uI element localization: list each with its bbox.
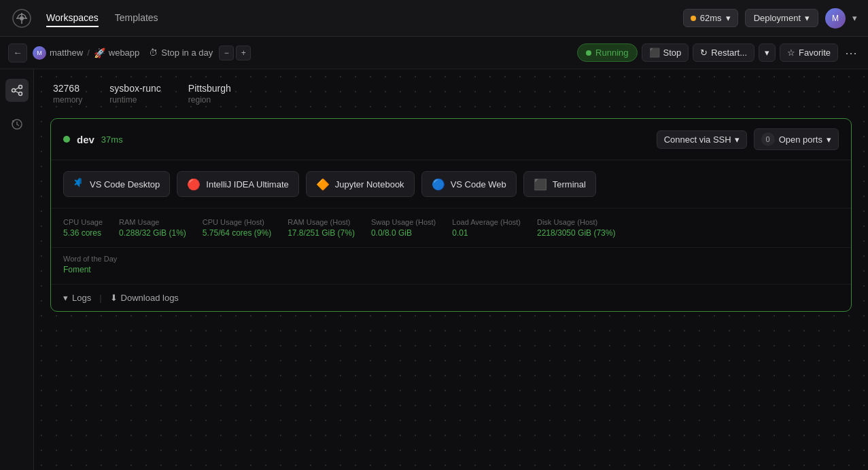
logs-chevron-icon: ▾: [63, 293, 68, 303]
metrics-section: CPU Usage 5.36 cores RAM Usage 0.288/32 …: [51, 209, 851, 248]
word-of-day-value: Foment: [63, 265, 839, 274]
metric-ram-label: RAM Usage: [119, 218, 186, 226]
metric-ram-value: 0.288/32 GiB (1%): [119, 228, 186, 238]
favorite-button[interactable]: ☆ Favorite: [780, 43, 838, 62]
nav-links: Workspaces Templates: [46, 10, 670, 27]
more-button[interactable]: ⋯: [842, 43, 860, 63]
dev-header: dev 37ms Connect via SSH ▾ 0 Open ports …: [51, 119, 851, 160]
dev-header-actions: Connect via SSH ▾ 0 Open ports ▾: [657, 128, 839, 150]
breadcrumb-actions: Running ⬛ Stop ↻ Restart... ▾ ☆ Favorite…: [577, 43, 860, 63]
timer-item: ⏱ Stop in a day − +: [149, 46, 251, 60]
breadcrumb-bar: ← M matthew / 🚀 webapp ⏱ Stop in a day −…: [0, 37, 868, 69]
restart-label: Restart...: [711, 48, 747, 58]
ssh-chevron: ▾: [735, 134, 740, 145]
running-button[interactable]: Running: [577, 43, 637, 62]
ssh-button[interactable]: Connect via SSH ▾: [657, 130, 747, 149]
metric-ram-host: RAM Usage (Host) 17.8/251 GiB (7%): [288, 218, 355, 238]
metric-ram-host-label: RAM Usage (Host): [288, 218, 355, 226]
ports-count: 0: [761, 132, 775, 146]
spec-memory-value: 32768: [53, 83, 82, 94]
metric-ram-host-value: 17.8/251 GiB (7%): [288, 228, 355, 238]
ide-jupyter-label: Jupyter Notebook: [335, 179, 404, 189]
avatar[interactable]: M: [825, 8, 846, 29]
ide-terminal[interactable]: ⬛ Terminal: [523, 171, 596, 197]
breadcrumb-workspace-name: webapp: [109, 48, 140, 58]
star-icon: ☆: [787, 48, 795, 58]
timer-label: Stop in a day: [161, 48, 213, 58]
metric-disk: Disk Usage (Host) 2218/3050 GiB (73%): [537, 218, 615, 238]
stop-button[interactable]: ⬛ Stop: [642, 43, 689, 62]
spec-region: Pittsburgh region: [188, 83, 231, 105]
restart-button[interactable]: ↻ Restart...: [693, 43, 754, 62]
metric-cpu-host-value: 5.75/64 cores (9%): [203, 228, 271, 238]
ide-vscode-web-label: VS Code Web: [451, 179, 506, 189]
nav-workspaces[interactable]: Workspaces: [46, 10, 99, 27]
rocket-icon: 🚀: [94, 48, 105, 58]
specs-bar: 32768 memory sysbox-runc runtime Pittsbu…: [50, 83, 852, 105]
ide-vscode-desktop[interactable]: VS Code Desktop: [63, 171, 170, 197]
svg-point-6: [12, 89, 15, 92]
timer-decrement[interactable]: −: [219, 46, 234, 60]
deployment-button[interactable]: Deployment ▾: [745, 9, 818, 27]
timer-increment[interactable]: +: [236, 46, 251, 60]
ide-vscode-web[interactable]: 🔵 VS Code Web: [421, 171, 517, 197]
nav-templates[interactable]: Templates: [115, 10, 158, 27]
metric-disk-value: 2218/3050 GiB (73%): [537, 228, 615, 238]
content-area: 32768 memory sysbox-runc runtime Pittsbu…: [34, 69, 868, 470]
timer-icon: ⏱: [149, 48, 158, 58]
ide-jupyter[interactable]: 🔶 Jupyter Notebook: [306, 171, 415, 197]
ports-button[interactable]: 0 Open ports ▾: [754, 128, 839, 150]
metric-load-label: Load Average (Host): [452, 218, 521, 226]
word-of-day-section: Word of the Day Foment: [51, 248, 851, 285]
favorite-label: Favorite: [799, 48, 831, 58]
top-nav: Workspaces Templates 62ms ▾ Deployment ▾…: [0, 0, 868, 37]
ide-intellij[interactable]: 🔴 IntelliJ IDEA Ultimate: [177, 171, 298, 197]
breadcrumb-items: M matthew / 🚀 webapp ⏱ Stop in a day − +: [33, 46, 572, 60]
vscode-icon: [73, 177, 84, 191]
latency-badge[interactable]: 62ms ▾: [683, 9, 738, 27]
dev-container: dev 37ms Connect via SSH ▾ 0 Open ports …: [50, 118, 852, 312]
download-logs-label: Download logs: [121, 293, 179, 303]
vscode-web-icon: 🔵: [432, 178, 445, 191]
back-button[interactable]: ←: [8, 43, 27, 62]
svg-line-9: [15, 88, 18, 90]
back-icon: ←: [13, 48, 22, 58]
logs-divider: |: [99, 293, 101, 303]
download-icon: ⬇: [110, 293, 118, 303]
spec-region-value: Pittsburgh: [188, 83, 231, 94]
jupyter-icon: 🔶: [316, 178, 330, 191]
sidebar-icon-nodes[interactable]: [5, 79, 29, 102]
restart-icon: ↻: [700, 48, 708, 58]
svg-point-7: [18, 86, 22, 89]
metric-load: Load Average (Host) 0.01: [452, 218, 521, 238]
ports-label: Open ports: [779, 134, 822, 145]
svg-point-1: [20, 16, 24, 20]
logs-label: Logs: [72, 293, 91, 303]
metric-cpu-label: CPU Usage: [63, 218, 103, 226]
logs-toggle[interactable]: ▾ Logs: [63, 293, 91, 303]
dev-latency: 37ms: [101, 134, 123, 145]
logo-icon: [11, 7, 33, 29]
deployment-chevron: ▾: [805, 13, 810, 23]
metric-cpu-value: 5.36 cores: [63, 228, 103, 238]
latency-value: 62ms: [700, 13, 722, 23]
spec-region-label: region: [188, 95, 231, 105]
restart-dropdown[interactable]: ▾: [759, 43, 776, 62]
dev-name: dev: [77, 134, 94, 145]
sidebar-icon-history[interactable]: [5, 113, 29, 136]
metric-load-value: 0.01: [452, 228, 521, 238]
spec-memory: 32768 memory: [53, 83, 82, 105]
running-dot: [586, 50, 591, 56]
running-label: Running: [595, 48, 628, 58]
ssh-label: Connect via SSH: [664, 134, 731, 145]
download-logs-button[interactable]: ⬇ Download logs: [110, 293, 179, 303]
metric-cpu-host: CPU Usage (Host) 5.75/64 cores (9%): [203, 218, 271, 238]
top-nav-right: 62ms ▾ Deployment ▾ M ▾: [683, 8, 857, 29]
breadcrumb-user: M matthew: [33, 46, 83, 60]
metric-swap-label: Swap Usage (Host): [371, 218, 436, 226]
stop-label: Stop: [663, 48, 682, 58]
main-layout: 32768 memory sysbox-runc runtime Pittsbu…: [0, 69, 868, 470]
ide-terminal-label: Terminal: [553, 179, 586, 189]
breadcrumb-workspace: 🚀 webapp: [94, 48, 140, 58]
ide-buttons: VS Code Desktop 🔴 IntelliJ IDEA Ultimate…: [51, 160, 851, 209]
